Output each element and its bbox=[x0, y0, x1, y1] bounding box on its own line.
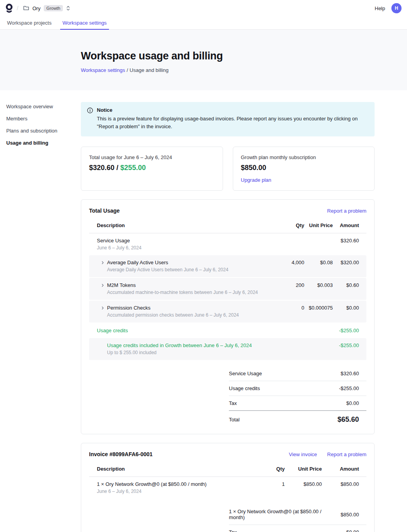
summary-label: Service Usage bbox=[229, 371, 262, 376]
subscription-card-label: Growth plan monthly subscription bbox=[241, 154, 367, 160]
breadcrumb-separator: / bbox=[127, 67, 128, 73]
column-header-qty: Qty bbox=[253, 463, 285, 477]
table-row: Usage credits-$255.00 bbox=[89, 323, 366, 338]
row-qty: 4,000 bbox=[275, 255, 304, 278]
invoice-panel-header: Invoice #8099AFA6-0001 View invoice Repo… bbox=[89, 451, 366, 457]
total-usage-panel: Total Usage Report a problem Description… bbox=[81, 199, 375, 434]
column-header-qty: Qty bbox=[275, 219, 304, 233]
row-unit-price: $0.003 bbox=[304, 278, 333, 301]
sidebar-item-plans-and-subscription[interactable]: Plans and subscription bbox=[6, 125, 81, 136]
expand-chevron-icon bbox=[100, 342, 107, 355]
tabbar: Workspace projects Workspace settings bbox=[0, 16, 407, 30]
summary-value: -$255.00 bbox=[339, 385, 359, 391]
invoice-panel-title: Invoice #8099AFA6-0001 bbox=[89, 451, 153, 457]
workspace-switcher[interactable]: Ory Growth bbox=[22, 3, 71, 14]
row-subtitle: Accumulated permission checks between Ju… bbox=[107, 312, 239, 318]
column-header-description: Description bbox=[89, 463, 253, 477]
table-row: Average Daily Active UsersAverage Daily … bbox=[89, 255, 366, 278]
upgrade-plan-link[interactable]: Upgrade plan bbox=[241, 177, 271, 183]
row-unit-price: $0.000075 bbox=[304, 301, 333, 323]
plan-badge: Growth bbox=[44, 5, 63, 11]
row-subtitle: June 6 – July 6, 2024 bbox=[97, 489, 207, 494]
breadcrumb: Workspace settings/Usage and billing bbox=[81, 67, 401, 73]
summary-value: $0.00 bbox=[346, 400, 359, 406]
info-icon bbox=[87, 107, 93, 131]
row-qty: 1 bbox=[253, 477, 285, 499]
summary-row: 1 × Ory Network Growth@0 (at $850.00 / m… bbox=[229, 504, 366, 525]
summary-value: $320.60 bbox=[341, 371, 359, 376]
row-qty bbox=[275, 338, 304, 361]
row-qty bbox=[275, 323, 304, 338]
row-unit-price bbox=[304, 338, 333, 361]
view-invoice-link[interactable]: View invoice bbox=[289, 451, 317, 457]
topbar: / Ory Growth Help H bbox=[0, 0, 407, 16]
main-content: Notice This is a preview feature for dis… bbox=[81, 90, 375, 532]
summary-label: Tax bbox=[229, 400, 237, 406]
row-description: Usage credits included in Growth between… bbox=[107, 342, 252, 348]
sidebar-item-members[interactable]: Members bbox=[6, 113, 81, 124]
page-title: Workspace usage and billing bbox=[81, 50, 401, 62]
total-label: Total bbox=[229, 417, 239, 423]
row-unit-price bbox=[304, 323, 333, 338]
sidebar-item-usage-and-billing[interactable]: Usage and billing bbox=[6, 138, 81, 148]
expand-chevron-icon[interactable] bbox=[100, 282, 107, 295]
table-row: M2M TokensAccumulated machine-to-machine… bbox=[89, 278, 366, 301]
report-problem-link[interactable]: Report a problem bbox=[327, 208, 366, 214]
settings-sidebar: Workspace overview Members Plans and sub… bbox=[6, 90, 81, 532]
summary-label: Usage credits bbox=[229, 385, 260, 391]
row-unit-price: $0.08 bbox=[304, 255, 333, 278]
row-qty: 0 bbox=[275, 301, 304, 323]
notice-body: This is a preview feature for displaying… bbox=[97, 115, 368, 131]
expand-chevron-icon[interactable] bbox=[100, 260, 107, 272]
page-header: Workspace usage and billing Workspace se… bbox=[0, 30, 407, 90]
column-header-unit-price: Unit Price bbox=[304, 219, 333, 233]
row-amount: $0.60 bbox=[333, 278, 366, 301]
row-description: Average Daily Active Users bbox=[107, 260, 228, 265]
tab-workspace-settings[interactable]: Workspace settings bbox=[60, 16, 109, 30]
subscription-card: Growth plan monthly subscription $850.00… bbox=[233, 147, 375, 191]
column-header-description: Description bbox=[89, 219, 275, 233]
subscription-card-amount: $850.00 bbox=[241, 164, 367, 172]
row-description: Service Usage bbox=[97, 238, 141, 244]
topbar-left: / Ory Growth bbox=[5, 3, 71, 14]
expand-chevron-icon[interactable] bbox=[100, 305, 107, 318]
row-amount: $0.00 bbox=[333, 301, 366, 323]
notice-title: Notice bbox=[97, 107, 368, 113]
ory-logo-icon[interactable] bbox=[5, 4, 13, 13]
tab-workspace-projects[interactable]: Workspace projects bbox=[5, 16, 54, 30]
notice-text: Notice This is a preview feature for dis… bbox=[97, 107, 368, 131]
row-qty bbox=[275, 233, 304, 255]
workspace-name: Ory bbox=[32, 5, 41, 11]
row-subtitle: June 6 – July 6, 2024 bbox=[97, 245, 141, 251]
user-avatar[interactable]: H bbox=[391, 3, 402, 13]
row-description: M2M Tokens bbox=[107, 282, 258, 288]
total-usage-card-label: Total usage for June 6 – July 6, 2024 bbox=[89, 154, 215, 160]
column-header-unit-price: Unit Price bbox=[285, 463, 322, 477]
total-usage-card: Total usage for June 6 – July 6, 2024 $3… bbox=[81, 147, 223, 191]
folder-icon bbox=[23, 5, 29, 12]
usage-table-header-row: Description Qty Unit Price Amount bbox=[89, 219, 366, 233]
invoice-panel: Invoice #8099AFA6-0001 View invoice Repo… bbox=[81, 443, 375, 532]
topbar-right: Help H bbox=[375, 3, 402, 13]
invoice-report-problem-link[interactable]: Report a problem bbox=[327, 451, 366, 457]
usage-amount: $320.60 bbox=[89, 164, 114, 172]
summary-label: Tax bbox=[229, 529, 237, 532]
column-header-amount: Amount bbox=[322, 463, 366, 477]
row-amount: -$255.00 bbox=[333, 323, 366, 338]
breadcrumb-link-workspace-settings[interactable]: Workspace settings bbox=[81, 67, 125, 73]
total-value: $65.60 bbox=[337, 416, 359, 424]
usage-table: Description Qty Unit Price Amount Servic… bbox=[89, 219, 366, 361]
table-row: Permission ChecksAccumulated permission … bbox=[89, 301, 366, 323]
row-subtitle: Average Daily Active Users between June … bbox=[107, 267, 228, 272]
selector-chevrons-icon bbox=[66, 5, 70, 11]
row-subtitle: Accumulated machine-to-machine tokens be… bbox=[107, 290, 258, 295]
total-usage-panel-title: Total Usage bbox=[89, 208, 120, 214]
sidebar-item-workspace-overview[interactable]: Workspace overview bbox=[6, 101, 81, 112]
help-link[interactable]: Help bbox=[375, 5, 385, 11]
summary-value: $0.00 bbox=[346, 529, 359, 532]
summary-row: Tax$0.00 bbox=[229, 396, 366, 411]
topbar-separator: / bbox=[17, 5, 18, 11]
summary-cards: Total usage for June 6 – July 6, 2024 $3… bbox=[81, 147, 375, 191]
invoice-table-header-row: Description Qty Unit Price Amount bbox=[89, 463, 366, 477]
summary-label: 1 × Ory Network Growth@0 (at $850.00 / m… bbox=[229, 509, 337, 520]
